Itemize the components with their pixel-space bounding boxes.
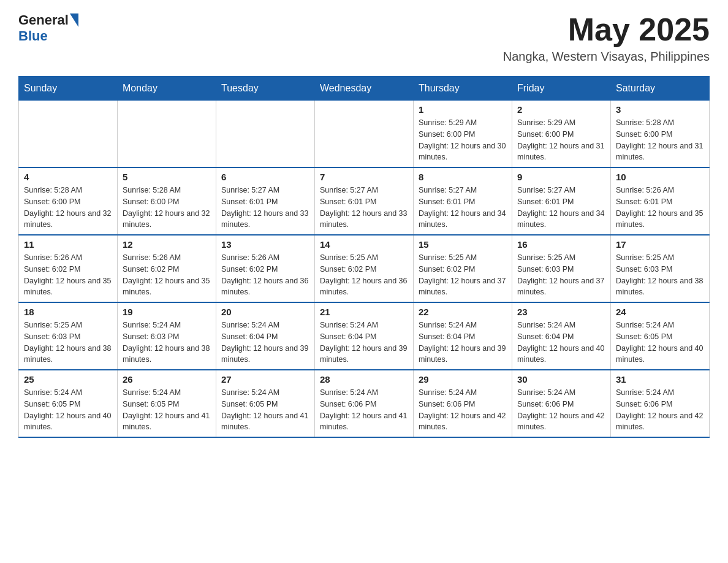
calendar-cell: 9Sunrise: 5:27 AMSunset: 6:01 PMDaylight… (512, 167, 611, 235)
calendar-cell: 29Sunrise: 5:24 AMSunset: 6:06 PMDayligh… (414, 370, 512, 437)
day-info: Sunrise: 5:28 AMSunset: 6:00 PMDaylight:… (616, 117, 704, 163)
calendar-cell: 14Sunrise: 5:25 AMSunset: 6:02 PMDayligh… (315, 235, 414, 302)
day-info: Sunrise: 5:26 AMSunset: 6:02 PMDaylight:… (123, 252, 211, 298)
calendar-cell: 18Sunrise: 5:25 AMSunset: 6:03 PMDayligh… (19, 302, 118, 370)
calendar-cell: 16Sunrise: 5:25 AMSunset: 6:03 PMDayligh… (512, 235, 611, 302)
day-info: Sunrise: 5:25 AMSunset: 6:02 PMDaylight:… (419, 252, 507, 298)
day-number: 4 (24, 172, 112, 182)
calendar-cell (315, 101, 414, 168)
day-number: 1 (419, 104, 507, 115)
calendar-cell: 2Sunrise: 5:29 AMSunset: 6:00 PMDaylight… (512, 101, 611, 168)
day-info: Sunrise: 5:27 AMSunset: 6:01 PMDaylight:… (221, 185, 309, 231)
calendar-cell: 7Sunrise: 5:27 AMSunset: 6:01 PMDaylight… (315, 167, 414, 235)
day-info: Sunrise: 5:24 AMSunset: 6:05 PMDaylight:… (24, 387, 112, 433)
calendar-cell: 1Sunrise: 5:29 AMSunset: 6:00 PMDaylight… (414, 101, 512, 168)
day-number: 25 (24, 374, 112, 385)
day-info: Sunrise: 5:24 AMSunset: 6:03 PMDaylight:… (123, 320, 211, 366)
day-info: Sunrise: 5:24 AMSunset: 6:04 PMDaylight:… (517, 320, 605, 366)
day-info: Sunrise: 5:24 AMSunset: 6:06 PMDaylight:… (616, 387, 704, 433)
day-info: Sunrise: 5:26 AMSunset: 6:02 PMDaylight:… (24, 252, 112, 298)
day-info: Sunrise: 5:24 AMSunset: 6:06 PMDaylight:… (320, 387, 408, 433)
day-info: Sunrise: 5:27 AMSunset: 6:01 PMDaylight:… (419, 185, 507, 231)
calendar-cell: 21Sunrise: 5:24 AMSunset: 6:04 PMDayligh… (315, 302, 414, 370)
day-info: Sunrise: 5:24 AMSunset: 6:04 PMDaylight:… (221, 320, 309, 366)
logo-general: General (18, 12, 69, 28)
calendar-cell: 30Sunrise: 5:24 AMSunset: 6:06 PMDayligh… (512, 370, 611, 437)
calendar-cell: 17Sunrise: 5:25 AMSunset: 6:03 PMDayligh… (611, 235, 710, 302)
day-info: Sunrise: 5:24 AMSunset: 6:04 PMDaylight:… (320, 320, 408, 366)
logo: General Blue (18, 12, 80, 44)
day-number: 27 (221, 374, 309, 385)
day-number: 28 (320, 374, 408, 385)
calendar-week-1: 1Sunrise: 5:29 AMSunset: 6:00 PMDaylight… (19, 101, 710, 168)
day-info: Sunrise: 5:24 AMSunset: 6:05 PMDaylight:… (616, 320, 704, 366)
calendar-cell: 28Sunrise: 5:24 AMSunset: 6:06 PMDayligh… (315, 370, 414, 437)
calendar-header-thursday: Thursday (414, 77, 512, 101)
day-info: Sunrise: 5:27 AMSunset: 6:01 PMDaylight:… (320, 185, 408, 231)
day-info: Sunrise: 5:26 AMSunset: 6:02 PMDaylight:… (221, 252, 309, 298)
header-right: May 2025 Nangka, Western Visayas, Philip… (503, 12, 710, 64)
page-header: General Blue May 2025 Nangka, Western Vi… (18, 12, 710, 64)
day-number: 20 (221, 307, 309, 317)
day-number: 9 (517, 172, 605, 182)
day-number: 29 (419, 374, 507, 385)
day-info: Sunrise: 5:28 AMSunset: 6:00 PMDaylight:… (24, 185, 112, 231)
calendar-cell: 22Sunrise: 5:24 AMSunset: 6:04 PMDayligh… (414, 302, 512, 370)
logo-triangle-icon (70, 13, 78, 27)
calendar-cell: 26Sunrise: 5:24 AMSunset: 6:05 PMDayligh… (118, 370, 216, 437)
day-number: 11 (24, 239, 112, 250)
day-number: 5 (123, 172, 211, 182)
calendar-cell (118, 101, 216, 168)
day-number: 6 (221, 172, 309, 182)
calendar-cell: 27Sunrise: 5:24 AMSunset: 6:05 PMDayligh… (216, 370, 315, 437)
day-number: 19 (123, 307, 211, 317)
day-number: 16 (517, 239, 605, 250)
calendar-cell: 13Sunrise: 5:26 AMSunset: 6:02 PMDayligh… (216, 235, 315, 302)
day-number: 26 (123, 374, 211, 385)
day-info: Sunrise: 5:24 AMSunset: 6:04 PMDaylight:… (419, 320, 507, 366)
calendar-header-friday: Friday (512, 77, 611, 101)
calendar-cell: 31Sunrise: 5:24 AMSunset: 6:06 PMDayligh… (611, 370, 710, 437)
calendar-cell: 4Sunrise: 5:28 AMSunset: 6:00 PMDaylight… (19, 167, 118, 235)
day-info: Sunrise: 5:27 AMSunset: 6:01 PMDaylight:… (517, 185, 605, 231)
day-number: 7 (320, 172, 408, 182)
day-info: Sunrise: 5:29 AMSunset: 6:00 PMDaylight:… (419, 117, 507, 163)
calendar-week-3: 11Sunrise: 5:26 AMSunset: 6:02 PMDayligh… (19, 235, 710, 302)
calendar-cell: 8Sunrise: 5:27 AMSunset: 6:01 PMDaylight… (414, 167, 512, 235)
day-info: Sunrise: 5:24 AMSunset: 6:05 PMDaylight:… (123, 387, 211, 433)
location: Nangka, Western Visayas, Philippines (503, 50, 710, 64)
calendar-cell (19, 101, 118, 168)
day-number: 21 (320, 307, 408, 317)
day-info: Sunrise: 5:28 AMSunset: 6:00 PMDaylight:… (123, 185, 211, 231)
month-title: May 2025 (503, 12, 710, 47)
day-info: Sunrise: 5:24 AMSunset: 6:06 PMDaylight:… (517, 387, 605, 433)
calendar-cell: 11Sunrise: 5:26 AMSunset: 6:02 PMDayligh… (19, 235, 118, 302)
calendar-header-saturday: Saturday (611, 77, 710, 101)
day-info: Sunrise: 5:25 AMSunset: 6:03 PMDaylight:… (517, 252, 605, 298)
calendar-header-monday: Monday (118, 77, 216, 101)
calendar-cell: 19Sunrise: 5:24 AMSunset: 6:03 PMDayligh… (118, 302, 216, 370)
day-info: Sunrise: 5:25 AMSunset: 6:03 PMDaylight:… (24, 320, 112, 366)
calendar-cell: 6Sunrise: 5:27 AMSunset: 6:01 PMDaylight… (216, 167, 315, 235)
calendar-week-2: 4Sunrise: 5:28 AMSunset: 6:00 PMDaylight… (19, 167, 710, 235)
day-info: Sunrise: 5:25 AMSunset: 6:03 PMDaylight:… (616, 252, 704, 298)
day-info: Sunrise: 5:29 AMSunset: 6:00 PMDaylight:… (517, 117, 605, 163)
calendar-cell: 12Sunrise: 5:26 AMSunset: 6:02 PMDayligh… (118, 235, 216, 302)
calendar-week-4: 18Sunrise: 5:25 AMSunset: 6:03 PMDayligh… (19, 302, 710, 370)
calendar-cell (216, 101, 315, 168)
day-number: 14 (320, 239, 408, 250)
day-number: 8 (419, 172, 507, 182)
calendar-cell: 20Sunrise: 5:24 AMSunset: 6:04 PMDayligh… (216, 302, 315, 370)
day-number: 30 (517, 374, 605, 385)
calendar-header-wednesday: Wednesday (315, 77, 414, 101)
day-number: 10 (616, 172, 704, 182)
calendar-cell: 15Sunrise: 5:25 AMSunset: 6:02 PMDayligh… (414, 235, 512, 302)
day-number: 23 (517, 307, 605, 317)
day-number: 13 (221, 239, 309, 250)
day-number: 2 (517, 104, 605, 115)
calendar-cell: 10Sunrise: 5:26 AMSunset: 6:01 PMDayligh… (611, 167, 710, 235)
day-number: 31 (616, 374, 704, 385)
day-number: 12 (123, 239, 211, 250)
day-info: Sunrise: 5:24 AMSunset: 6:06 PMDaylight:… (419, 387, 507, 433)
logo-blue: Blue (18, 28, 48, 44)
